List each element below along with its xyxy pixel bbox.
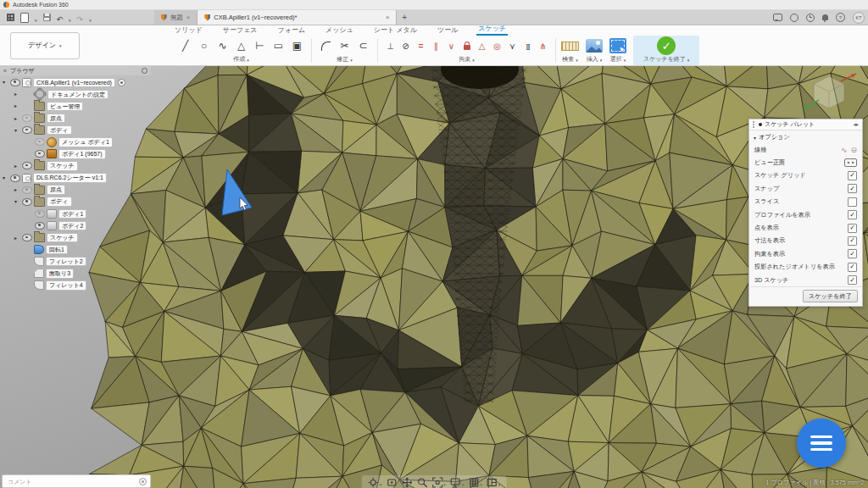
new-document-tab-button[interactable]: +	[397, 10, 412, 25]
node-label[interactable]: 面取り3	[46, 269, 74, 279]
expander-icon[interactable]	[14, 103, 20, 108]
design-workspace-menu[interactable]: デザイン	[10, 32, 80, 59]
node-label[interactable]: CXB.Apiller1 (v1~recovered)	[33, 78, 115, 88]
view-cube[interactable]	[795, 68, 861, 119]
browser-options-icon[interactable]	[142, 68, 147, 74]
browser-tree-row[interactable]: ボディ	[0, 197, 151, 208]
visibility-eye-icon[interactable]	[35, 150, 45, 158]
sketch-circle-icon[interactable]	[195, 36, 213, 55]
undo-icon[interactable]	[57, 10, 64, 25]
node-label[interactable]: スケッチ	[47, 233, 78, 243]
finish-sketch-label[interactable]: スケッチを終了	[643, 55, 689, 65]
insert-image-icon[interactable]	[586, 39, 603, 53]
node-label[interactable]: ボディ1 (9657)	[58, 149, 106, 159]
equal-constraint-icon[interactable]	[414, 36, 428, 55]
node-label[interactable]: フィレット2	[46, 257, 86, 267]
symmetry-constraint-icon[interactable]	[505, 36, 520, 55]
chat-icon[interactable]	[773, 14, 782, 21]
tangent-constraint-icon[interactable]	[398, 36, 413, 55]
environment-tab[interactable]: フォーム	[276, 26, 308, 36]
visibility-eye-icon[interactable]	[10, 79, 20, 86]
save-icon[interactable]	[43, 14, 51, 21]
select-tool-icon[interactable]	[609, 38, 626, 53]
node-label[interactable]: ボディ1	[58, 209, 86, 219]
measure-icon[interactable]	[561, 42, 579, 51]
browser-tree-row[interactable]: ボディ	[0, 125, 151, 136]
browser-tree-row[interactable]: ボディ1	[0, 208, 151, 219]
options-section-header[interactable]: オプション	[749, 130, 862, 143]
visibility-eye-icon[interactable]	[22, 162, 32, 169]
insert-group-label[interactable]: 挿入	[587, 55, 603, 65]
browser-tree-row[interactable]: ボディ2	[0, 220, 151, 231]
modify-group-label[interactable]: 修正	[337, 55, 353, 65]
viewports-caret-icon[interactable]	[498, 474, 501, 488]
palette-option-control[interactable]	[844, 158, 857, 167]
display-settings-icon[interactable]	[450, 474, 465, 488]
sketch-rectangle-icon[interactable]	[270, 36, 287, 55]
grid-and-snaps-caret-icon[interactable]	[480, 474, 482, 488]
fit-caret-icon[interactable]	[443, 474, 446, 488]
sketch-line-icon[interactable]	[176, 36, 194, 55]
activate-component-radio[interactable]	[118, 79, 125, 86]
browser-tree-row[interactable]: 原点	[0, 113, 151, 124]
palette-option-control[interactable]	[848, 210, 857, 219]
expander-icon[interactable]	[3, 80, 8, 85]
visibility-eye-icon[interactable]	[35, 222, 45, 230]
perpendicular-constraint-icon[interactable]	[444, 36, 459, 55]
sketch-polygon-icon[interactable]	[232, 36, 250, 55]
palette-grip-icon[interactable]	[753, 121, 756, 128]
expander-icon[interactable]	[14, 92, 20, 97]
visibility-eye-icon[interactable]	[22, 126, 32, 134]
comment-input[interactable]	[6, 478, 136, 485]
sketch-dimension-icon[interactable]	[251, 36, 269, 55]
parallel-constraint-icon[interactable]	[429, 36, 443, 55]
node-label[interactable]: DLS.RC6.2シーター v1:1	[33, 173, 107, 183]
visibility-eye-icon[interactable]	[22, 186, 32, 194]
environment-tab[interactable]: ツール	[436, 26, 459, 36]
browser-tree-row[interactable]: CXB.Apiller1 (v1~recovered)	[0, 77, 151, 88]
environment-tab[interactable]: シート メタル	[372, 26, 419, 36]
look-at-icon[interactable]	[386, 477, 397, 488]
finish-sketch-check-icon[interactable]	[657, 36, 676, 55]
select-group-label[interactable]: 選択	[610, 55, 626, 65]
tab-close-icon[interactable]	[386, 14, 390, 21]
sketch-center-rectangle-icon[interactable]	[288, 36, 306, 55]
sketch-palette-header[interactable]: スケッチ パレット	[749, 119, 862, 130]
node-label[interactable]: スケッチ	[47, 161, 78, 171]
palette-option-control[interactable]	[848, 249, 857, 258]
palette-option-control[interactable]	[848, 263, 857, 272]
model-viewport[interactable]: ブラウザ CXB.Apiller1 (v1~recovered)	[0, 66, 868, 488]
document-tab[interactable]: 無題	[154, 10, 198, 25]
fillet-icon[interactable]	[317, 36, 335, 55]
visibility-eye-icon[interactable]	[35, 210, 45, 218]
finish-sketch-button[interactable]: スケッチを終了	[803, 290, 858, 302]
palette-option-control[interactable]	[841, 146, 857, 154]
node-label[interactable]: メッシュ ボディ1	[58, 137, 113, 147]
environment-tab[interactable]: ソリッド	[173, 26, 204, 36]
expander-icon[interactable]	[14, 199, 20, 204]
horizontal-vertical-constraint-icon[interactable]	[383, 36, 398, 55]
browser-tree-row[interactable]: 原点	[0, 185, 151, 196]
environment-tab[interactable]: サーフェス	[221, 26, 259, 36]
file-menu-icon[interactable]	[20, 13, 29, 23]
browser-tree-row[interactable]: 面取り3	[0, 269, 151, 280]
visibility-eye-icon[interactable]	[22, 114, 32, 122]
node-label[interactable]: 原点	[47, 114, 65, 124]
orbit-icon[interactable]	[368, 474, 382, 488]
orbit-caret-icon[interactable]	[380, 474, 382, 488]
job-status-icon[interactable]	[806, 14, 815, 22]
node-label[interactable]: 原点	[47, 185, 65, 195]
browser-tree-row[interactable]: スケッチ	[0, 161, 151, 172]
palette-option-control[interactable]	[848, 236, 857, 246]
undo-caret-icon[interactable]	[69, 10, 71, 25]
browser-tree-row[interactable]: 回転1	[0, 244, 151, 255]
expander-icon[interactable]	[14, 164, 20, 169]
tab-close-icon[interactable]	[186, 14, 191, 21]
environment-tab[interactable]: スケッチ	[476, 25, 508, 36]
node-label[interactable]: ボディ	[47, 125, 72, 136]
zoom-icon[interactable]	[416, 477, 427, 488]
display-settings-caret-icon[interactable]	[462, 474, 465, 488]
curvature-constraint-icon[interactable]	[536, 36, 550, 55]
browser-tree-row[interactable]: ボディ1 (9657)	[0, 149, 151, 160]
browser-tree-row[interactable]: ビュー管理	[0, 101, 151, 112]
